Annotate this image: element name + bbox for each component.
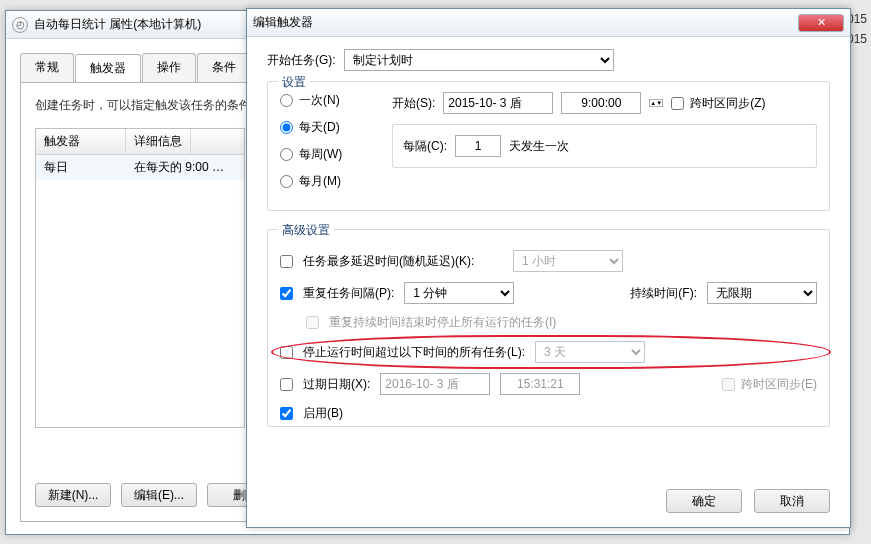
stop-after-select: 3 天 xyxy=(535,341,645,363)
radio-daily[interactable]: 每天(D) xyxy=(280,119,380,136)
radio-weekly[interactable]: 每周(W) xyxy=(280,146,380,163)
duration-label: 持续时间(F): xyxy=(630,285,697,302)
new-button[interactable]: 新建(N)... xyxy=(35,483,111,507)
header-details[interactable]: 详细信息 xyxy=(126,129,191,154)
repeat-label: 重复任务间隔(P): xyxy=(303,285,394,302)
clock-icon: ◴ xyxy=(12,17,28,33)
tab-actions[interactable]: 操作 xyxy=(142,53,196,82)
row-details: 在每天的 9:00 … xyxy=(126,155,232,180)
every-label: 每隔(C): xyxy=(403,138,447,155)
every-input[interactable] xyxy=(455,135,501,157)
stop-after-label: 停止运行时间超过以下时间的所有任务(L): xyxy=(303,344,525,361)
repeat-select[interactable]: 1 分钟 xyxy=(404,282,514,304)
expire-label: 过期日期(X): xyxy=(303,376,370,393)
table-row[interactable]: 每日 在每天的 9:00 … xyxy=(36,155,244,180)
edit-button[interactable]: 编辑(E)... xyxy=(121,483,197,507)
tab-triggers[interactable]: 触发器 xyxy=(75,54,141,83)
stop-after-checkbox[interactable] xyxy=(280,346,293,359)
expire-checkbox[interactable] xyxy=(280,378,293,391)
radio-once[interactable]: 一次(N) xyxy=(280,92,380,109)
delay-checkbox[interactable] xyxy=(280,255,293,268)
every-suffix: 天发生一次 xyxy=(509,138,569,155)
row-trigger: 每日 xyxy=(36,155,126,180)
tab-conditions[interactable]: 条件 xyxy=(197,53,251,82)
ok-button[interactable]: 确定 xyxy=(666,489,742,513)
settings-group-title: 设置 xyxy=(278,74,310,91)
expire-time-input xyxy=(500,373,580,395)
radio-monthly[interactable]: 每月(M) xyxy=(280,173,380,190)
cancel-button[interactable]: 取消 xyxy=(754,489,830,513)
tab-general[interactable]: 常规 xyxy=(20,53,74,82)
stop-running-label: 重复持续时间结束时停止所有运行的任务(I) xyxy=(329,314,556,331)
start-date-input[interactable] xyxy=(443,92,553,114)
delay-label: 任务最多延迟时间(随机延迟)(K): xyxy=(303,253,503,270)
start-time-input[interactable] xyxy=(561,92,641,114)
spinner-icon[interactable]: ▲▼ xyxy=(649,99,663,107)
advanced-group-title: 高级设置 xyxy=(278,222,334,239)
expire-sync-checkbox: 跨时区同步(E) xyxy=(722,376,817,393)
begin-task-label: 开始任务(G): xyxy=(267,52,336,69)
edit-trigger-title: 编辑触发器 xyxy=(253,14,798,31)
start-label: 开始(S): xyxy=(392,95,435,112)
delay-select: 1 小时 xyxy=(513,250,623,272)
expire-date-input xyxy=(380,373,490,395)
edit-trigger-dialog: 编辑触发器 ✕ 开始任务(G): 制定计划时 设置 一次(N) 每天(D) 每周… xyxy=(246,8,851,528)
edit-trigger-titlebar[interactable]: 编辑触发器 ✕ xyxy=(247,9,850,37)
sync-timezone-checkbox[interactable]: 跨时区同步(Z) xyxy=(671,95,765,112)
header-trigger[interactable]: 触发器 xyxy=(36,129,126,154)
enable-label: 启用(B) xyxy=(303,405,343,422)
trigger-list[interactable]: 触发器 详细信息 每日 在每天的 9:00 … xyxy=(35,128,245,428)
list-header: 触发器 详细信息 xyxy=(36,129,244,155)
stop-running-checkbox xyxy=(306,316,319,329)
duration-select[interactable]: 无限期 xyxy=(707,282,817,304)
repeat-checkbox[interactable] xyxy=(280,287,293,300)
enable-checkbox[interactable] xyxy=(280,407,293,420)
close-button-front[interactable]: ✕ xyxy=(798,14,844,32)
begin-task-select[interactable]: 制定计划时 xyxy=(344,49,614,71)
